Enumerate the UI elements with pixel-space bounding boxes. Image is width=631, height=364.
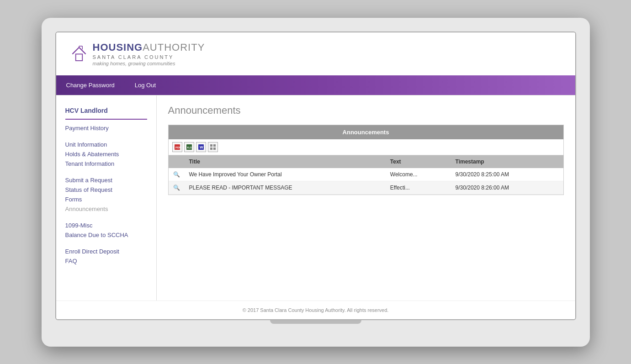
- svg-rect-12: [210, 148, 212, 150]
- announcements-table: Title Text Timestamp 🔍 We Have Improved …: [169, 155, 563, 195]
- grid-icon: [210, 144, 216, 150]
- sidebar-group-3: Submit a Request Status of Request Forms…: [56, 175, 156, 214]
- svg-text:W: W: [200, 145, 203, 149]
- enroll-direct-deposit-link[interactable]: Enroll Direct Deposit: [56, 247, 156, 256]
- footer-text: © 2017 Santa Clara County Housing Author…: [243, 307, 389, 313]
- 1099-misc-link[interactable]: 1099-Misc: [56, 221, 156, 230]
- row1-text: Welcome...: [386, 168, 451, 181]
- nav-bar: Change Password Log Out: [56, 75, 575, 95]
- logo-text-block: HOUSINGAUTHORITY SANTA CLARA COUNTY maki…: [93, 42, 205, 66]
- row2-search-icon[interactable]: 🔍: [169, 181, 185, 194]
- col-search: [169, 155, 185, 168]
- pdf-icon: PDF: [174, 144, 180, 150]
- table-row: 🔍 PLEASE READ - IMPORTANT MESSAGE Effect…: [169, 181, 563, 194]
- laptop-frame: HOUSINGAUTHORITY SANTA CLARA COUNTY maki…: [42, 18, 590, 347]
- payment-history-link[interactable]: Payment History: [56, 123, 156, 133]
- row2-timestamp: 9/30/2020 8:26:00 AM: [451, 181, 563, 194]
- col-timestamp: Timestamp: [451, 155, 563, 168]
- logo-authority: AUTHORITY: [143, 42, 205, 53]
- content-area: Announcements Announcements PDF: [157, 95, 575, 301]
- logo-county: SANTA CLARA COUNTY: [93, 54, 205, 60]
- logo-house-icon: [70, 45, 88, 63]
- unit-information-link[interactable]: Unit Information: [56, 140, 156, 149]
- grid-view-button[interactable]: [208, 142, 218, 152]
- status-request-link[interactable]: Status of Request: [56, 185, 156, 195]
- change-password-nav[interactable]: Change Password: [56, 75, 125, 95]
- export-pdf-button[interactable]: PDF: [172, 142, 182, 152]
- row1-search-icon[interactable]: 🔍: [169, 168, 185, 181]
- col-title: Title: [185, 155, 386, 168]
- export-xls-button[interactable]: XLS: [184, 142, 194, 152]
- forms-link[interactable]: Forms: [56, 195, 156, 204]
- sidebar-group-4: 1099-Misc Balance Due to SCCHA: [56, 221, 156, 240]
- sidebar-group-1: Payment History: [56, 123, 156, 133]
- sidebar-group-2: Unit Information Holds & Abatements Tena…: [56, 140, 156, 169]
- footer: © 2017 Santa Clara County Housing Author…: [56, 301, 575, 319]
- sidebar-title: HCV Landlord: [56, 102, 156, 117]
- table-row: 🔍 We Have Improved Your Owner Portal Wel…: [169, 168, 563, 181]
- sidebar-group-5: Enroll Direct Deposit FAQ: [56, 247, 156, 266]
- svg-rect-13: [213, 148, 216, 150]
- row2-text: Effecti...: [386, 181, 451, 194]
- sidebar: HCV Landlord Payment History Unit Inform…: [56, 95, 157, 301]
- logo-area: HOUSINGAUTHORITY SANTA CLARA COUNTY maki…: [56, 32, 575, 75]
- xls-icon: XLS: [186, 144, 192, 150]
- logo-housing: HOUSING: [93, 42, 143, 53]
- tenant-information-link[interactable]: Tenant Information: [56, 159, 156, 169]
- table-toolbar: PDF XLS W: [169, 139, 563, 155]
- submit-request-link[interactable]: Submit a Request: [56, 175, 156, 185]
- logout-nav[interactable]: Log Out: [125, 75, 166, 95]
- row2-title: PLEASE READ - IMPORTANT MESSAGE: [185, 181, 386, 194]
- logo-name: HOUSINGAUTHORITY: [93, 42, 205, 53]
- laptop-screen: HOUSINGAUTHORITY SANTA CLARA COUNTY maki…: [55, 32, 576, 320]
- faq-link[interactable]: FAQ: [56, 256, 156, 266]
- row1-timestamp: 9/30/2020 8:25:00 AM: [451, 168, 563, 181]
- svg-rect-11: [213, 144, 216, 147]
- balance-due-link[interactable]: Balance Due to SCCHA: [56, 230, 156, 240]
- announcements-link[interactable]: Announcements: [56, 204, 156, 214]
- table-header-row: Title Text Timestamp: [169, 155, 563, 168]
- col-text: Text: [386, 155, 451, 168]
- announcements-container: Announcements PDF XLS: [168, 125, 564, 195]
- logo-tagline: making homes, growing communities: [93, 61, 205, 66]
- sidebar-divider: [65, 119, 147, 120]
- svg-rect-0: [75, 54, 82, 61]
- svg-rect-10: [210, 144, 212, 147]
- laptop-notch: [270, 320, 361, 324]
- svg-text:XLS: XLS: [187, 146, 192, 149]
- row1-title: We Have Improved Your Owner Portal: [185, 168, 386, 181]
- main-layout: HCV Landlord Payment History Unit Inform…: [56, 95, 575, 301]
- page-title: Announcements: [168, 105, 564, 116]
- holds-abatements-link[interactable]: Holds & Abatements: [56, 149, 156, 159]
- table-header-bar: Announcements: [169, 125, 563, 139]
- export-word-button[interactable]: W: [196, 142, 206, 152]
- svg-text:PDF: PDF: [175, 146, 180, 149]
- word-icon: W: [198, 144, 204, 150]
